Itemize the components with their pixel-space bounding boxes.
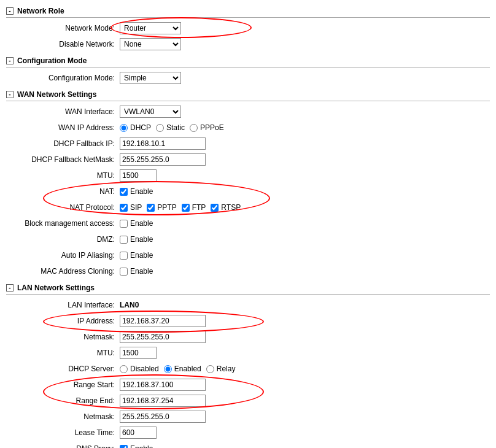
wan-ip-static-radio[interactable] (156, 124, 164, 132)
wan-ip-pppoe-radio[interactable] (190, 124, 198, 132)
network-mode-label: Network Mode: (6, 24, 120, 33)
nat-protocol-row: NAT Protocol: SIP PPTP FTP (6, 201, 490, 214)
nat-rtsp-checkbox[interactable] (211, 204, 219, 212)
nat-pptp-checkbox[interactable] (147, 204, 155, 212)
dhcp-relay-radio[interactable] (206, 365, 214, 373)
wan-interface-control: VWLAN0 VWLAN1 ETH0 (120, 106, 181, 118)
range-end-input[interactable]: 192.168.37.254 (120, 395, 206, 407)
range-start-input[interactable]: 192.168.37.100 (120, 379, 206, 391)
dhcp-fallback-ip-control: 192.168.10.1 (120, 137, 206, 150)
mac-cloning-enable-label: Enable (130, 267, 153, 276)
disable-network-control: None WAN LAN (120, 38, 181, 50)
auto-ip-enable-label: Enable (130, 251, 153, 260)
block-mgmt-enable: Enable (120, 219, 153, 228)
mac-cloning-checkbox[interactable] (120, 268, 128, 276)
wan-ip-dhcp-radio[interactable] (120, 124, 128, 132)
lease-time-label: Lease Time: (6, 428, 120, 437)
dmz-row: DMZ: Enable (6, 233, 490, 246)
lease-time-control: 600 (120, 427, 157, 439)
lan-header: - LAN Network Settings (6, 282, 490, 295)
disable-network-select[interactable]: None WAN LAN (120, 38, 181, 50)
range-start-control: 192.168.37.100 (120, 379, 206, 391)
dhcp-fallback-netmask-control: 255.255.255.0 (120, 153, 206, 166)
dhcp-fallback-netmask-label: DHCP Fallback NetMask: (6, 155, 120, 164)
lan-interface-label: LAN Interface: (6, 301, 120, 309)
lan-netmask-input[interactable]: 255.255.255.0 (120, 331, 206, 343)
lan-mtu-row: MTU: 1500 (6, 346, 490, 360)
dhcp-enabled: Enabled (164, 365, 201, 373)
lan-ip-input[interactable]: 192.168.37.20 (120, 315, 206, 327)
lan-interface-text: LAN0 (120, 301, 139, 309)
wan-ip-static-label: Static (166, 123, 185, 132)
configuration-mode-row: Configuration Mode: Simple Advanced (6, 71, 490, 85)
nat-sip-label: SIP (130, 203, 142, 212)
dmz-enable: Enable (120, 235, 153, 244)
nat-protocol-label: NAT Protocol: (6, 203, 120, 212)
dhcp-fallback-ip-row: DHCP Fallback IP: 192.168.10.1 (6, 137, 490, 150)
nat-checkbox[interactable] (120, 188, 128, 196)
wan-section: - WAN Network Settings WAN Interface: VW… (6, 88, 490, 278)
range-end-row: Range End: 192.168.37.254 (6, 394, 490, 407)
wan-collapse[interactable]: - (6, 91, 14, 98)
lan-netmask-control: 255.255.255.0 (120, 331, 206, 343)
lan-title: LAN Network Settings (17, 284, 95, 292)
wan-mtu-label: MTU: (6, 171, 120, 180)
lan-netmask-row: Netmask: 255.255.255.0 (6, 330, 490, 344)
block-mgmt-label: Block management access: (6, 219, 120, 228)
dns-proxy-enable-label: Enable (130, 444, 153, 448)
wan-interface-select[interactable]: VWLAN0 VWLAN1 ETH0 (120, 106, 181, 118)
wan-ip-dhcp-label: DHCP (130, 123, 151, 132)
network-role-title: Network Role (17, 7, 64, 15)
wan-ip-control: DHCP Static PPPoE (120, 123, 224, 132)
auto-ip-row: Auto IP Aliasing: Enable (6, 249, 490, 262)
dhcp-fallback-netmask-row: DHCP Fallback NetMask: 255.255.255.0 (6, 153, 490, 166)
auto-ip-checkbox[interactable] (120, 252, 128, 260)
auto-ip-label: Auto IP Aliasing: (6, 251, 120, 260)
dns-proxy-checkbox[interactable] (120, 445, 128, 449)
nat-pptp-label: PPTP (157, 203, 176, 212)
dhcp-enabled-label: Enabled (174, 365, 201, 373)
lan-ip-row: IP Address: 192.168.37.20 (6, 314, 490, 328)
dhcp-disabled-label: Disabled (130, 365, 159, 373)
network-role-collapse[interactable]: - (6, 7, 14, 15)
dhcp-disabled: Disabled (120, 365, 159, 373)
configuration-mode-control: Simple Advanced (120, 72, 181, 84)
wan-mtu-input[interactable]: 1500 (120, 169, 157, 182)
nat-sip-checkbox[interactable] (120, 204, 128, 212)
nat-ftp-checkbox[interactable] (182, 204, 190, 212)
configuration-mode-label: Configuration Mode: (6, 74, 120, 82)
dmz-label: DMZ: (6, 235, 120, 244)
range-start-row: Range Start: 192.168.37.100 (6, 378, 490, 392)
network-mode-control: Router Access Point Repeater (120, 22, 181, 34)
dhcp-fallback-netmask-input[interactable]: 255.255.255.0 (120, 153, 206, 166)
wan-ip-dhcp: DHCP (120, 123, 151, 132)
dhcp-server-row: DHCP Server: Disabled Enabled Relay (6, 362, 490, 376)
wan-ip-pppoe: PPPoE (190, 123, 224, 132)
range-netmask-row: Netmask: 255.255.255.0 (6, 410, 490, 423)
range-end-control: 192.168.37.254 (120, 395, 206, 407)
wan-interface-row: WAN Interface: VWLAN0 VWLAN1 ETH0 (6, 105, 490, 118)
block-mgmt-control: Enable (120, 219, 153, 228)
nat-pptp: PPTP (147, 203, 176, 212)
dhcp-disabled-radio[interactable] (120, 365, 128, 373)
lease-time-input[interactable]: 600 (120, 427, 157, 439)
lan-collapse[interactable]: - (6, 284, 14, 292)
network-mode-select[interactable]: Router Access Point Repeater (120, 22, 181, 34)
dhcp-fallback-ip-input[interactable]: 192.168.10.1 (120, 137, 206, 150)
block-mgmt-checkbox[interactable] (120, 220, 128, 228)
config-mode-collapse[interactable]: - (6, 57, 14, 64)
dhcp-enabled-radio[interactable] (164, 365, 172, 373)
configuration-mode-select[interactable]: Simple Advanced (120, 72, 181, 84)
dmz-checkbox[interactable] (120, 236, 128, 244)
lan-interface-value: LAN0 (120, 301, 139, 309)
range-netmask-input[interactable]: 255.255.255.0 (120, 411, 206, 423)
lan-mtu-input[interactable]: 1500 (120, 347, 157, 359)
nat-enable-label: Enable (130, 187, 153, 196)
lan-mtu-control: 1500 (120, 347, 157, 359)
lease-time-row: Lease Time: 600 (6, 426, 490, 439)
config-mode-section: - Configuration Mode Configuration Mode:… (6, 55, 490, 85)
nat-row: NAT: Enable (6, 185, 490, 198)
disable-network-label: Disable Network: (6, 40, 120, 48)
nat-rtsp: RTSP (211, 203, 241, 212)
wan-ip-row: WAN IP Address: DHCP Static PPPoE (6, 121, 490, 134)
